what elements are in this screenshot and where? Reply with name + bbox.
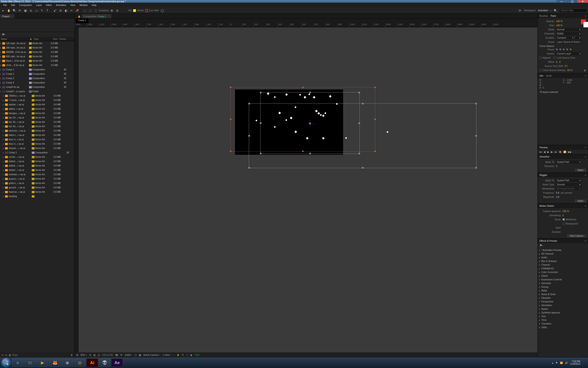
- project-item[interactable]: ▸Comp 3Composition30: [0, 76, 74, 81]
- project-item[interactable]: ▸600 mph...for ae.aiVector Art3.6 MB: [0, 54, 74, 59]
- wiggler-applyto-select[interactable]: Spatial Path▾: [556, 179, 581, 182]
- clone-preset-4-icon[interactable]: ⧉: [566, 48, 568, 51]
- pixel-aspect-icon[interactable]: ▫: [173, 354, 174, 356]
- wiggler-magnitude-value[interactable]: 1.0: [556, 196, 559, 198]
- smoother-tolerance-value[interactable]: 1: [556, 165, 557, 167]
- effects-category[interactable]: ▸Audio: [538, 256, 588, 259]
- wiggler-noise-select[interactable]: Smooth▾: [556, 183, 581, 186]
- effects-category[interactable]: ▸Expression Controls: [538, 278, 588, 281]
- reset-exposure-icon[interactable]: ◐: [190, 354, 192, 356]
- snapshot-icon[interactable]: 📷: [115, 354, 118, 356]
- comp-breadcrumb-name[interactable]: Comp 1: [98, 15, 106, 18]
- new-comp-icon[interactable]: ▦: [9, 354, 11, 356]
- res-toggle-icon[interactable]: ⊡: [89, 354, 91, 356]
- selection-tool-icon[interactable]: ▸: [1, 8, 6, 13]
- project-item[interactable]: ▸Comp 1Composition30: [0, 67, 74, 72]
- project-item[interactable]: ▸dotted ...r ae.aiVector Art3.6 MB: [0, 159, 74, 164]
- search-help-input[interactable]: [560, 9, 587, 12]
- window-minimize-button[interactable]: —: [556, 0, 567, 3]
- horizontal-ruler[interactable]: -1300-1200-1100-1000-900-800-700-600-500…: [74, 23, 537, 27]
- project-column-headers[interactable]: Name ◆ Type Size Frame: [0, 37, 74, 41]
- resolution-dropdown[interactable]: (Half): [125, 354, 132, 356]
- brushes-tab[interactable]: Brushes: [540, 15, 548, 17]
- menu-layer[interactable]: Layer: [34, 3, 44, 7]
- effects-category[interactable]: ▸Simulation: [538, 303, 588, 307]
- comp-lock-icon[interactable]: 🔒: [77, 15, 81, 18]
- bpc-toggle[interactable]: 8 bpc: [12, 354, 18, 356]
- effects-category[interactable]: ▸Transition: [538, 322, 588, 325]
- snapping-toggle-icon[interactable]: ⊞: [109, 8, 114, 13]
- project-item[interactable]: ▸ground ...r ae.aiVector Art3.6 MB: [0, 185, 74, 190]
- effects-category[interactable]: ▸Perspective: [538, 300, 588, 303]
- clone-offset-value[interactable]: 0 , 0: [556, 61, 561, 63]
- add-menu-icon[interactable]: ◯: [160, 8, 164, 13]
- show-snapshot-icon[interactable]: 👁: [120, 354, 123, 356]
- project-item[interactable]: ▸7 hours...r ae.aiVector Art3.6 MB: [0, 98, 74, 102]
- project-item[interactable]: ▸bar 3/c...r ae.aiVector Art3.6 MB: [0, 120, 74, 124]
- effects-category[interactable]: ▸Distort: [538, 274, 588, 278]
- effects-category[interactable]: ▸Channel: [538, 263, 588, 267]
- fill-swatch[interactable]: [133, 9, 136, 12]
- taskbar-reddit-icon[interactable]: 👽: [99, 359, 110, 367]
- effects-category[interactable]: ▸Blur & Sharpen: [538, 259, 588, 263]
- clone-overlay-checkbox[interactable]: [540, 69, 542, 71]
- transparency-grid-icon[interactable]: ▦: [139, 354, 141, 356]
- menu-animation[interactable]: Animation: [54, 3, 68, 7]
- next-frame-icon[interactable]: ▶: [551, 151, 553, 153]
- menu-composition[interactable]: Composition: [17, 3, 34, 7]
- tray-date[interactable]: 11/4/2014: [570, 363, 580, 365]
- paint-duration-select[interactable]: Constant1 f▾: [556, 36, 581, 39]
- project-item[interactable]: ▸blue ci...r ae.aiVector Art3.6 MB: [0, 142, 74, 146]
- project-item[interactable]: ▸embraer...r ae.aiVector Art3.6 MB: [0, 172, 74, 177]
- aligned-checkbox[interactable]: [540, 56, 542, 59]
- project-item[interactable]: ▸blue ci...r ae.aiVector Art3.6 MB: [0, 137, 74, 142]
- sketch-smoothing-value[interactable]: 1: [562, 214, 564, 217]
- project-search[interactable]: 🔎▾: [0, 32, 74, 37]
- taskbar-ie-icon[interactable]: e: [12, 359, 23, 367]
- wiggler-frequency-value[interactable]: 5.0: [556, 192, 559, 194]
- foreground-background-swatch[interactable]: [581, 19, 586, 25]
- stroke-swatch[interactable]: [145, 9, 148, 12]
- project-item[interactable]: ▸circle ...6 for ae.aiVector Art3.6 MB: [0, 63, 74, 67]
- project-item[interactable]: ▸200 mph...for ae.aiVector Art3.6 MB: [0, 46, 74, 50]
- project-item[interactable]: ▸2300/co...r ae.aiVector Art3.6 MB: [0, 94, 74, 98]
- project-item[interactable]: ▸bar 2/c...r ae.aiVector Art3.6 MB: [0, 115, 74, 120]
- start-capture-button[interactable]: Start Capture: [567, 234, 586, 237]
- background-checkbox[interactable]: [562, 222, 565, 225]
- camera-tool-icon[interactable]: ▦: [23, 8, 27, 13]
- menu-effect[interactable]: Effect: [44, 3, 54, 7]
- roi-icon[interactable]: ▢: [135, 354, 136, 356]
- preview-tab[interactable]: Preview: [540, 146, 548, 149]
- effects-category[interactable]: ▸Noise & Grain: [538, 292, 588, 296]
- comp-mini-tab[interactable]: Comp 1: [76, 19, 89, 23]
- current-time-display[interactable]: 0;01;12;05: [102, 354, 113, 356]
- lock-source-time-checkbox[interactable]: [553, 56, 556, 59]
- project-item[interactable]: ▸dotted ...r ae.aiVector Art3.6 MB: [0, 164, 74, 168]
- project-item[interactable]: ▸airplan...r ae.aiVector Art3.6 MB: [0, 102, 74, 107]
- fast-previews-icon[interactable]: ⚡: [177, 354, 179, 356]
- panel-menu-icon[interactable]: ≡: [585, 240, 586, 242]
- effects-category[interactable]: ▸Matte: [538, 289, 588, 292]
- taskbar-wmp-icon[interactable]: ▶: [37, 359, 48, 367]
- taskbar-chrome-icon[interactable]: ◉: [62, 359, 73, 367]
- mute-icon[interactable]: 🔇: [559, 151, 561, 153]
- clone-preset-1-icon[interactable]: ⧉: [556, 48, 558, 51]
- clone-preset-3-icon[interactable]: ⧉: [563, 48, 565, 51]
- audio-tab[interactable]: Audio: [546, 74, 552, 77]
- workspace-selector[interactable]: Animation: [538, 9, 548, 12]
- clone-source-select[interactable]: Current Layer▾: [556, 52, 581, 55]
- start-button[interactable]: [1, 358, 11, 368]
- timeline-icon[interactable]: ⏱: [182, 354, 184, 356]
- pan-behind-tool-icon[interactable]: ◎: [28, 8, 33, 13]
- panel-menu-icon[interactable]: ≡: [585, 15, 586, 17]
- clone-stamp-tool-icon[interactable]: ⧉: [58, 8, 63, 13]
- project-item[interactable]: ▸dotted ...r ae.aiVector Art3.6 MB: [0, 168, 74, 172]
- effects-category[interactable]: ▸Text: [538, 314, 588, 318]
- stroke-label[interactable]: Stroke:: [137, 9, 145, 12]
- roto-brush-tool-icon[interactable]: ✂: [69, 8, 74, 13]
- loop-icon[interactable]: 🔁: [563, 151, 566, 153]
- tray-time[interactable]: 7:59 PM: [570, 360, 580, 363]
- project-item[interactable]: ▸40000ft...6 for ae.aiVector Art3.6 MB: [0, 50, 74, 54]
- clone-shift-value[interactable]: 0 f: [565, 65, 567, 67]
- clone-preset-5-icon[interactable]: ⧉: [570, 48, 571, 51]
